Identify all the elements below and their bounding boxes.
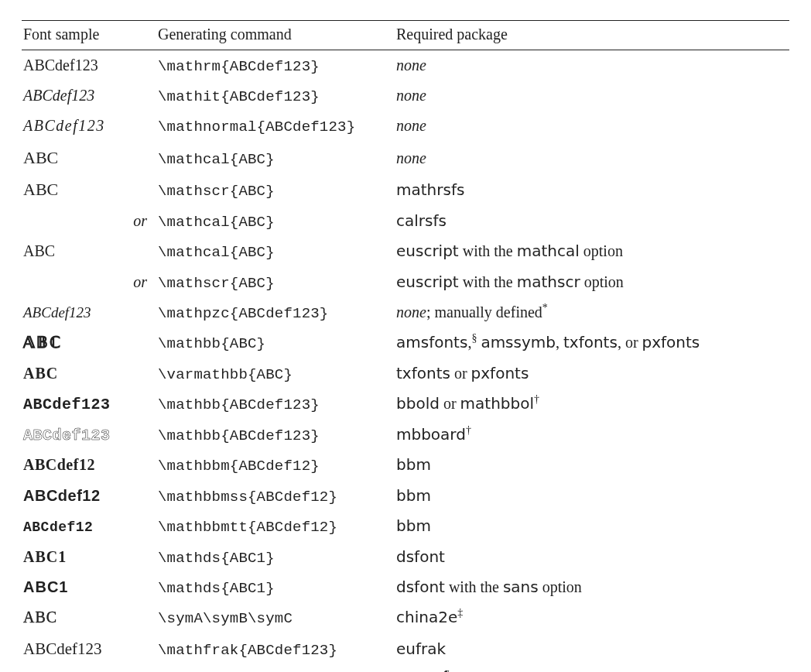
sample-varmathbb: ABC xyxy=(23,365,58,382)
cmd-mathscr-eus: \mathscr{ABC} xyxy=(158,275,275,292)
table-row: ABCdef123 \mathfrak{ABCdef123} eufrak xyxy=(22,633,789,664)
pkg-euscript: euscript xyxy=(396,273,459,291)
sample-bbold: ABCdef123 xyxy=(23,396,111,413)
sep-comma-sp: , xyxy=(556,334,563,351)
pkg-none: none xyxy=(396,57,426,74)
cmd-mathbbmtt: \mathbbmtt{ABCdef12} xyxy=(158,519,337,536)
with-the-text: with the xyxy=(459,242,517,259)
footnote-para: ¶ xyxy=(444,670,449,672)
table-row: ABC \varmathbb{ABC} txfonts or pxfonts xyxy=(22,358,789,389)
sample-mathpzc: ABCdef123 xyxy=(23,304,91,321)
cmd-mathcal-alt: \mathcal{ABC} xyxy=(158,214,275,231)
sample-mathit: ABCdef123 xyxy=(23,87,94,104)
head-package: Required package xyxy=(395,21,789,50)
cmd-mathnormal: \mathnormal{ABCdef123} xyxy=(158,118,355,135)
sample-china2e: ABC xyxy=(23,609,57,626)
pkg-mathrsfs: mathrsfs xyxy=(396,180,464,199)
cmd-mathbb-mbb: \mathbb{ABCdef123} xyxy=(158,427,320,444)
cmd-mathcal-eus: \mathcal{ABC} xyxy=(158,244,275,261)
cmd-mathcal: \mathcal{ABC} xyxy=(158,151,275,168)
cmd-mathit: \mathit{ABCdef123} xyxy=(158,88,320,105)
font-table: Font sample Generating command Required … xyxy=(22,20,789,672)
table-row: ABCdef12 \mathbbmss{ABCdef12} bbm xyxy=(22,481,789,511)
table-head-row: Font sample Generating command Required … xyxy=(22,21,789,50)
option-text: option xyxy=(580,273,624,290)
pkg-txfonts: txfonts xyxy=(396,364,450,382)
sample-euscript: ABC xyxy=(23,242,55,259)
pkg-mathbbol: mathbbol xyxy=(460,394,534,413)
sample-mathds-sans: ABC1 xyxy=(23,578,68,595)
table-row: ABCdef123 \mathnormal{ABCdef123} none xyxy=(22,111,789,142)
sample-bbmtt: ABCdef12 xyxy=(23,519,93,535)
table-row: ABCdef123 \mathbb{ABCdef123} bbold or ma… xyxy=(22,389,789,420)
pkg-amsfonts: amsfonts xyxy=(396,333,467,351)
pkg-dsfont: dsfont xyxy=(396,547,445,566)
pkg-none: none xyxy=(396,117,426,134)
manual-text: ; manually defined xyxy=(426,303,542,321)
pkg-none: none xyxy=(396,303,426,321)
pkg-txfonts: txfonts xyxy=(563,333,618,351)
table-row: ABC \mathscr{ABC} mathrsfs xyxy=(22,174,789,206)
sample-mbboard: ABCdef123 xyxy=(23,427,111,444)
cmd-mathbbm: \mathbbm{ABCdef12} xyxy=(158,458,320,475)
cmd-mathbb-full: \mathbb{ABCdef123} xyxy=(158,396,320,413)
pkg-bbm: bbm xyxy=(396,455,431,474)
cmd-varmathbb: \varmathbb{ABC} xyxy=(158,366,293,383)
table-row: ABC \symA\symB\symC china2e‡ xyxy=(22,603,789,633)
with-the-text: with the xyxy=(445,578,503,595)
sample-mathds: ABC1 xyxy=(23,548,67,565)
math-alphabets-table: Font sample Generating command Required … xyxy=(0,0,811,672)
footnote-ddagger: ‡ xyxy=(457,608,463,619)
footnote-dagger: † xyxy=(466,424,471,436)
pkg-china2e: china2e xyxy=(396,608,457,626)
pkg-none: none xyxy=(396,87,426,104)
or-label: or xyxy=(133,273,147,290)
table-row: ABCdef123 \mathit{ABCdef123} none xyxy=(22,81,789,111)
table-row: ABCdef123 \mathpzc{ABCdef123} none; manu… xyxy=(22,298,789,328)
footnote-dagger: † xyxy=(534,394,539,406)
opt-sans: sans xyxy=(503,578,539,596)
sep-comma-sp: , xyxy=(618,334,625,351)
cmd-mathds: \mathds{ABC1} xyxy=(158,550,275,567)
table-row: or \mathcal{ABC} calrsfs xyxy=(22,206,789,236)
cmd-sym: \symA\symB\symC xyxy=(158,610,293,627)
cmd-mathscr: \mathscr{ABC} xyxy=(158,183,275,200)
sample-mathbb: 𝔸𝔹ℂ xyxy=(23,334,62,351)
table-row: ABCdef12 \mathbbm{ABCdef12} bbm xyxy=(22,451,789,481)
cmd-mathpzc: \mathpzc{ABCdef123} xyxy=(158,305,328,322)
table-row: ABC1 \mathds{ABC1} dsfont xyxy=(22,542,789,572)
or-label: or xyxy=(133,212,147,229)
with-the-text: with the xyxy=(459,273,517,290)
sample-mathrm: ABCdef123 xyxy=(23,57,98,74)
sample-bbm: ABCdef12 xyxy=(23,456,95,473)
opt-mathscr: mathscr xyxy=(517,273,580,291)
table-row: ABCdef123 \mathbb{ABCdef123} mbboard† xyxy=(22,420,789,450)
sample-mathcal: ABC xyxy=(23,148,58,167)
sample-mathscr: ABC xyxy=(23,180,58,199)
table-row: or \mathscr{ABC} euscript with the maths… xyxy=(22,267,789,297)
or-word: or xyxy=(440,395,460,412)
table-row: ABC \mathcal{ABC} none xyxy=(22,142,789,173)
pkg-bbm: bbm xyxy=(396,516,431,535)
option-text: option xyxy=(580,242,623,259)
cmd-mathfrak: \mathfrak{ABCdef123} xyxy=(158,642,337,659)
footnote-asterisk: * xyxy=(542,302,548,314)
table-row: 𝔸𝔹ℂ \mathbb{ABC} amsfonts,§ amssymb, txf… xyxy=(22,328,789,358)
pkg-calrsfs: calrsfs xyxy=(396,211,447,230)
cmd-mathbb: \mathbb{ABC} xyxy=(158,335,265,352)
pkg-pxfonts: pxfonts xyxy=(642,333,700,351)
or-word: or xyxy=(625,334,638,351)
head-command: Generating command xyxy=(156,21,395,50)
footnote-section: § xyxy=(471,333,477,345)
table-row: ABCdef12 \mathbbmtt{ABCdef12} bbm xyxy=(22,512,789,542)
cmd-mathrm: \mathrm{ABCdef123} xyxy=(158,58,320,75)
pkg-none: none xyxy=(396,149,426,166)
pkg-amssymb: amssymb xyxy=(481,333,556,351)
pkg-euscript: euscript xyxy=(396,242,459,260)
pkg-bbold: bbold xyxy=(396,394,440,413)
option-text: option xyxy=(539,578,582,595)
table-row: ABCdef123 \mathrm{ABCdef123} none xyxy=(22,50,789,81)
head-sample: Font sample xyxy=(22,21,156,50)
table-row: ABCdef123 \textfrak{ABCdef123} yfonts¶ xyxy=(22,665,789,672)
or-word: or xyxy=(450,365,471,382)
